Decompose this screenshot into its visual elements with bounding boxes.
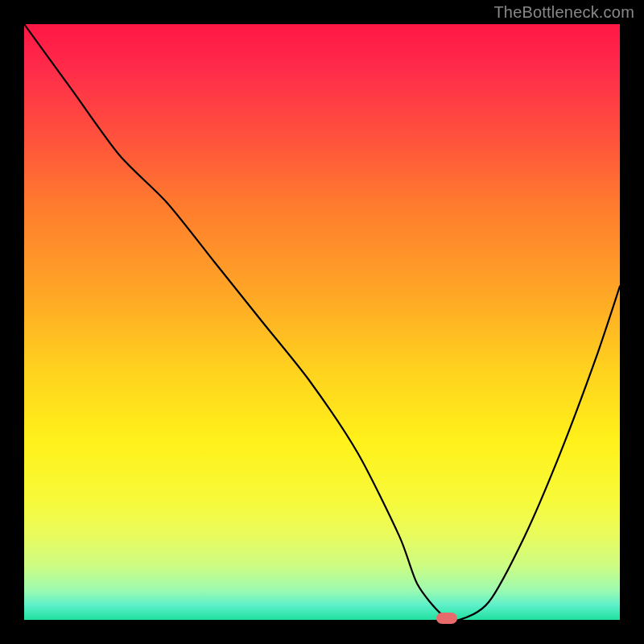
gradient-background	[24, 24, 620, 620]
plot-svg	[24, 24, 620, 620]
plot-area	[24, 24, 620, 620]
watermark-text: TheBottleneck.com	[493, 3, 634, 22]
chart-frame: TheBottleneck.com	[0, 0, 644, 644]
optimal-point-marker	[436, 613, 457, 624]
